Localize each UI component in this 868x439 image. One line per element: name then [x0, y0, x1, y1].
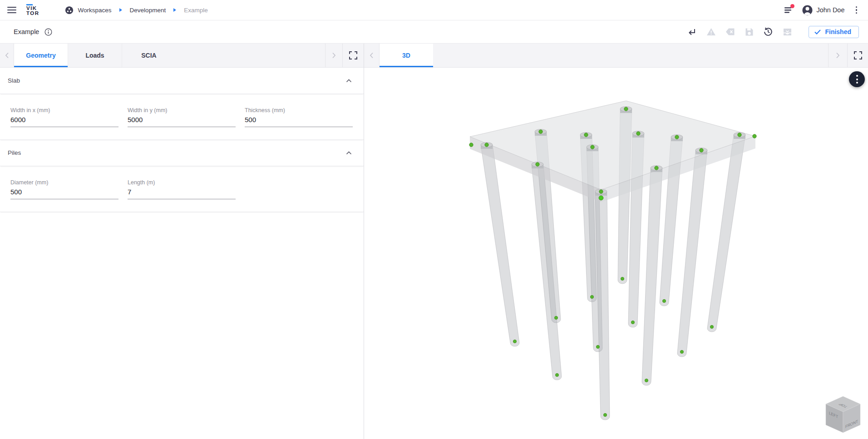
chevron-left-icon: [5, 52, 9, 59]
breadcrumb-label: Development: [130, 7, 166, 14]
tab-spacer: [176, 44, 325, 67]
page-title: Example: [14, 28, 39, 35]
tab-geometry[interactable]: Geometry: [14, 44, 68, 67]
section-header-piles[interactable]: Piles: [0, 140, 364, 166]
section-title: Piles: [8, 149, 21, 156]
tab-spacer: [433, 44, 828, 67]
warnings-button[interactable]: [706, 27, 716, 37]
notification-badge: [790, 4, 794, 8]
breadcrumb-label: Example: [184, 7, 208, 14]
section-title: Slab: [8, 77, 20, 84]
section-body-slab: Width in x (mm) 6000 Width in y (mm) 500…: [0, 94, 364, 140]
submit-button[interactable]: [687, 27, 697, 37]
chevron-left-icon: [370, 52, 374, 59]
tab-loads[interactable]: Loads: [68, 44, 122, 67]
section-header-slab[interactable]: Slab: [0, 68, 364, 94]
workspaces-icon: [65, 6, 74, 15]
avatar-icon: [802, 5, 813, 15]
breadcrumb-example: Example: [184, 7, 208, 14]
fullscreen-icon: [349, 51, 357, 59]
viktor-logo[interactable]: VIK TOR: [26, 4, 39, 16]
3d-viewport: TOP LEFT FRONT: [364, 68, 868, 439]
left-tabs-scroll-right-button[interactable]: [325, 44, 342, 67]
length-input[interactable]: 7: [128, 187, 236, 199]
field-label: Width in x (mm): [10, 107, 118, 113]
field-label: Width in y (mm): [128, 107, 236, 113]
job-queue-button[interactable]: [783, 5, 794, 15]
field-length: Length (m) 7: [128, 179, 236, 199]
info-icon[interactable]: [44, 28, 52, 36]
left-tabs-scroll-left-button[interactable]: [0, 44, 14, 67]
breadcrumb: Workspaces Development Example: [65, 6, 208, 15]
diameter-input[interactable]: 500: [10, 187, 118, 199]
tab-label: Geometry: [26, 52, 55, 59]
width-in-x-input[interactable]: 6000: [10, 115, 118, 127]
field-thickness: Thickness (mm) 500: [245, 107, 353, 127]
tab-3d[interactable]: 3D: [379, 44, 433, 67]
field-label: Thickness (mm): [245, 107, 353, 113]
top-app-bar: VIK TOR Workspaces Development Example: [0, 0, 868, 20]
tab-label: Loads: [85, 52, 104, 59]
chevron-up-icon: [346, 151, 352, 155]
tab-label: SCIA: [141, 52, 156, 59]
history-button[interactable]: [763, 27, 773, 37]
history-clock-icon: [763, 27, 773, 37]
left-tab-bar: Geometry Loads SCIA: [0, 44, 364, 68]
user-name: John Doe: [816, 6, 844, 14]
field-diameter: Diameter (mm) 500: [10, 179, 118, 199]
right-panel-fullscreen-button[interactable]: [847, 44, 868, 67]
right-tabs-scroll-right-button[interactable]: [828, 44, 847, 67]
breadcrumb-label: Workspaces: [78, 7, 112, 14]
return-arrow-icon: [687, 27, 696, 36]
logo-line-2: TOR: [26, 11, 39, 16]
fullscreen-icon: [854, 51, 862, 59]
orientation-view-cube[interactable]: TOP LEFT FRONT: [824, 395, 863, 435]
left-panel-fullscreen-button[interactable]: [342, 44, 364, 67]
save-floppy-icon: [745, 28, 754, 36]
export-button[interactable]: [782, 27, 792, 37]
chevron-right-icon: [836, 52, 840, 59]
hamburger-menu-icon[interactable]: [7, 7, 16, 13]
tab-scia[interactable]: SCIA: [122, 44, 176, 67]
finished-label: Finished: [825, 28, 851, 35]
inbox-download-icon: [783, 28, 792, 36]
breadcrumb-arrow-icon: [119, 8, 122, 12]
section-body-piles: Diameter (mm) 500 Length (m) 7: [0, 166, 364, 212]
entity-toolbar: Example: [0, 20, 868, 44]
field-label: Length (m): [128, 179, 236, 186]
parametrization-panel: Geometry Loads SCIA Slab: [0, 44, 364, 439]
visualization-panel: 3D TOP: [364, 44, 868, 439]
viewport-options-button[interactable]: [849, 71, 865, 87]
overflow-menu-button[interactable]: [853, 5, 860, 16]
finished-button[interactable]: Finished: [809, 26, 859, 38]
3d-canvas[interactable]: [364, 68, 868, 439]
check-icon: [814, 30, 821, 35]
clear-button[interactable]: [725, 27, 735, 37]
tab-label: 3D: [402, 52, 410, 59]
warning-triangle-icon: [706, 27, 716, 36]
breadcrumb-workspaces[interactable]: Workspaces: [65, 6, 112, 15]
user-menu[interactable]: John Doe: [802, 5, 844, 15]
field-width-y: Width in y (mm) 5000: [128, 107, 236, 127]
right-tabs-scroll-left-button[interactable]: [364, 44, 379, 67]
width-in-y-input[interactable]: 5000: [128, 115, 236, 127]
save-button[interactable]: [744, 27, 754, 37]
field-width-x: Width in x (mm) 6000: [10, 107, 118, 127]
right-tab-bar: 3D: [364, 44, 868, 68]
breadcrumb-development[interactable]: Development: [130, 7, 166, 14]
chevron-up-icon: [346, 79, 352, 83]
backspace-icon: [725, 28, 735, 36]
chevron-right-icon: [332, 52, 336, 59]
thickness-input[interactable]: 500: [245, 115, 353, 127]
field-label: Diameter (mm): [10, 179, 118, 186]
breadcrumb-arrow-icon: [173, 8, 176, 12]
